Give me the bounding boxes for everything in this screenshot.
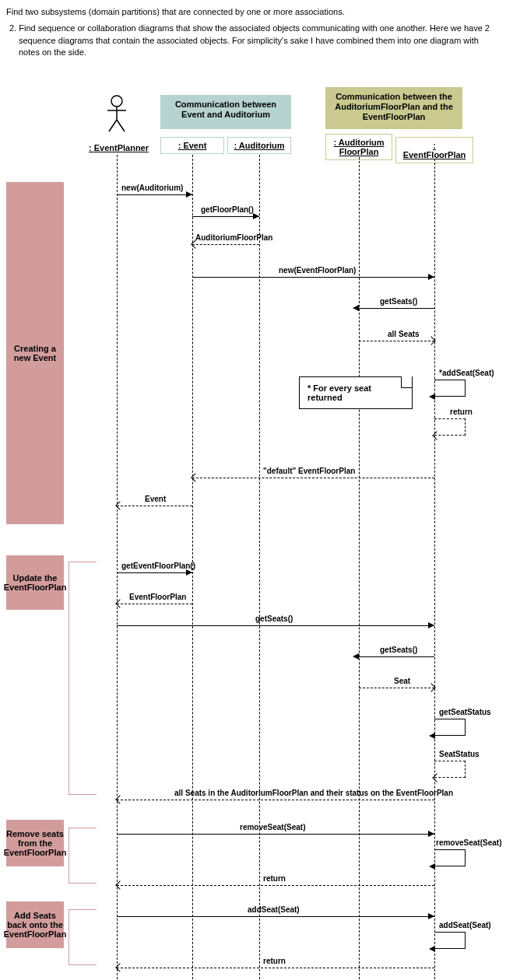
bracket-add: [69, 909, 97, 965]
svg-point-0: [111, 96, 122, 107]
msg-get-seat-status: getSeatStatus: [439, 708, 491, 716]
msg-event-ret: Event: [145, 495, 166, 503]
lifeline-planner: [117, 155, 118, 980]
msg-getseats1: getSeats(): [380, 297, 417, 306]
intro-line1: Find two subsystems (domain partitions) …: [6, 6, 500, 18]
msg-removeseat1: removeSeat(Seat): [240, 823, 305, 831]
lifeline-auditorium: [259, 155, 260, 980]
intro-text: Find two subsystems (domain partitions) …: [6, 6, 500, 59]
msg-getseats3: getSeats(): [380, 646, 417, 654]
bracket-remove: [69, 828, 97, 884]
msg-get-efp: getEventFloorPlan(): [121, 562, 195, 570]
actor-icon: [105, 95, 128, 132]
svg-line-4: [117, 120, 125, 131]
sequence-diagram: Communication between Event and Auditori…: [6, 65, 500, 980]
note-add-seats: Add Seats back onto the EventFloorPlan: [6, 901, 64, 948]
intro-line2: 2. Find sequence or collaboration diagra…: [6, 23, 500, 58]
msg-get-floorplan: getFloorPlan(): [201, 205, 254, 214]
obj-auditorium: : Auditorium: [227, 137, 291, 154]
note-create-event: Creating a new Event: [6, 182, 64, 524]
msg-new-efp: new(EventFloorPlan): [279, 266, 356, 275]
msg-return3: return: [263, 957, 286, 965]
note-update-efp: Update the EventFloorPlan: [6, 555, 64, 610]
msg-removeseat2: removeSeat(Seat): [436, 838, 501, 847]
actor-label: : EventPlanner: [89, 143, 149, 152]
msg-return1: return: [450, 408, 473, 416]
msg-allseats: all Seats: [388, 330, 420, 338]
msg-addseat3: addSeat(Seat): [439, 921, 491, 929]
comm-event-auditorium: Communication between Event and Auditori…: [160, 95, 291, 129]
comm-floorplans: Communication between the AuditoriumFloo…: [325, 87, 462, 129]
msg-efp-ret: EventFloorPlan: [129, 593, 186, 601]
msg-getseats2: getSeats(): [255, 614, 293, 623]
msg-seat: Seat: [394, 677, 410, 685]
msg-seat-status: SeatStatus: [439, 750, 480, 758]
msg-addseat2: addSeat(Seat): [248, 905, 300, 914]
msg-allseats-status: all Seats in the AuditoriumFloorPlan and…: [174, 789, 453, 797]
svg-line-3: [109, 120, 117, 131]
msg-new-auditorium: new(Auditorium): [121, 184, 183, 192]
bracket-update: [69, 562, 97, 795]
msg-addseat: *addSeat(Seat): [439, 369, 494, 377]
msg-return2: return: [263, 874, 286, 883]
lifeline-aud-floorplan: [359, 157, 360, 980]
msg-default-efp: "default" EventFloorPlan: [263, 467, 355, 475]
msg-aud-floorplan-ret: AuditoriumFloorPlan: [195, 233, 272, 242]
note-seat-loop: * For every seat returned: [299, 376, 413, 409]
note-remove-seats: Remove seats from the EventFloorPlan: [6, 820, 64, 866]
obj-event: : Event: [160, 137, 224, 154]
